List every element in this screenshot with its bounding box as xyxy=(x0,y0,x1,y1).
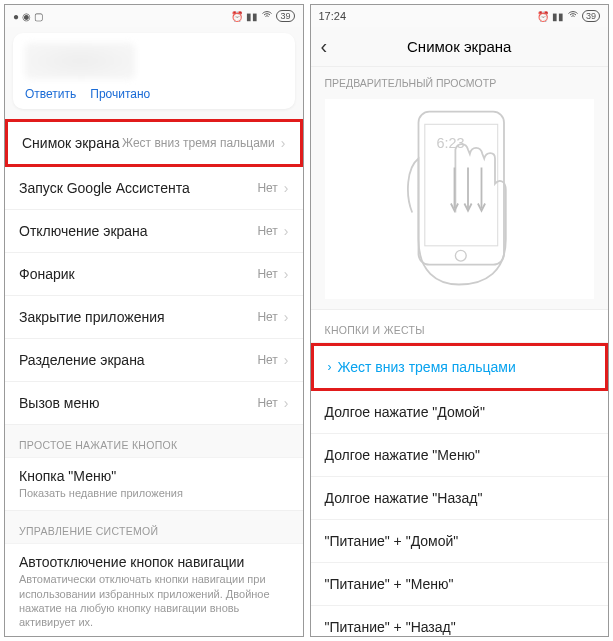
page-title: Снимок экрана xyxy=(407,38,511,55)
title-bar: ‹ Снимок экрана xyxy=(311,27,609,67)
section-header: УПРАВЛЕНИЕ СИСТЕМОЙ xyxy=(5,511,303,544)
row-value: Нет xyxy=(257,267,277,281)
right-phone: 17:24 ⏰ ▮▮ 39 ‹ Снимок экрана ПРЕДВАРИТЕ… xyxy=(310,4,610,637)
row-label: Снимок экрана xyxy=(22,135,119,151)
row-value: Нет xyxy=(257,396,277,410)
chevron-right-icon: › xyxy=(284,266,289,282)
row-value: Нет xyxy=(257,353,277,367)
signal-icon: ▮▮ xyxy=(552,11,564,22)
settings-row[interactable]: Запуск Google АссистентаНет› xyxy=(5,167,303,210)
shield-icon: ▢ xyxy=(34,11,43,22)
settings-row[interactable]: ФонарикНет› xyxy=(5,253,303,296)
row-value: Нет xyxy=(257,310,277,324)
settings-row[interactable]: Снимок экранаЖест вниз тремя пальцами› xyxy=(5,119,303,167)
battery-indicator: 39 xyxy=(582,10,600,22)
settings-row[interactable]: Вызов менюНет› xyxy=(5,382,303,425)
gesture-option[interactable]: Долгое нажатие "Меню" xyxy=(311,434,609,477)
svg-point-2 xyxy=(456,250,467,261)
row-value: Жест вниз тремя пальцами xyxy=(122,136,275,150)
row-label: Запуск Google Ассистента xyxy=(19,180,190,196)
settings-row[interactable]: Отключение экранаНет› xyxy=(5,210,303,253)
notification-preview xyxy=(25,43,135,79)
gesture-option[interactable]: "Питание" + "Меню" xyxy=(311,563,609,606)
notification-card: Ответить Прочитано xyxy=(13,33,295,109)
chevron-right-icon: › xyxy=(281,135,286,151)
option-label: "Питание" + "Меню" xyxy=(325,576,454,592)
row-label: Разделение экрана xyxy=(19,352,145,368)
row-value: Нет xyxy=(257,224,277,238)
status-bar: 17:24 ⏰ ▮▮ 39 xyxy=(311,5,609,27)
chevron-right-icon: › xyxy=(284,395,289,411)
wifi-icon xyxy=(567,9,579,23)
reply-button[interactable]: Ответить xyxy=(25,87,76,101)
preview-clock: 6:23 xyxy=(437,135,465,151)
settings-row[interactable]: Закрытие приложенияНет› xyxy=(5,296,303,339)
option-label: Жест вниз тремя пальцами xyxy=(338,359,516,375)
row-label: Фонарик xyxy=(19,266,75,282)
row-title: Кнопка "Меню" xyxy=(19,468,289,484)
back-button[interactable]: ‹ xyxy=(321,35,328,58)
settings-row[interactable]: Разделение экранаНет› xyxy=(5,339,303,382)
chevron-right-icon: › xyxy=(284,352,289,368)
gesture-preview: 6:23 xyxy=(325,99,595,299)
options-list: ›Жест вниз тремя пальцамиДолгое нажатие … xyxy=(311,343,609,636)
left-phone: ● ◉ ▢ ⏰ ▮▮ 39 Ответить Прочитано Снимок … xyxy=(4,4,304,637)
eye-icon: ◉ xyxy=(22,11,31,22)
battery-indicator: 39 xyxy=(276,10,294,22)
alarm-icon: ⏰ xyxy=(537,11,549,22)
section-header: ПРОСТОЕ НАЖАТИЕ КНОПОК xyxy=(5,425,303,458)
row-value: Нет xyxy=(257,181,277,195)
row-label: Отключение экрана xyxy=(19,223,148,239)
row-label: Вызов меню xyxy=(19,395,99,411)
read-button[interactable]: Прочитано xyxy=(90,87,150,101)
option-label: "Питание" + "Назад" xyxy=(325,619,456,635)
preview-header: ПРЕДВАРИТЕЛЬНЫЙ ПРОСМОТР xyxy=(311,67,609,95)
chevron-right-icon: › xyxy=(284,223,289,239)
row-subtitle: Автоматически отключать кнопки навигации… xyxy=(19,572,289,629)
option-label: Долгое нажатие "Домой" xyxy=(325,404,485,420)
row-label: Закрытие приложения xyxy=(19,309,165,325)
gesture-option[interactable]: Долгое нажатие "Назад" xyxy=(311,477,609,520)
option-label: "Питание" + "Домой" xyxy=(325,533,459,549)
chevron-right-icon: › xyxy=(284,180,289,196)
gesture-option[interactable]: ›Жест вниз тремя пальцами xyxy=(311,343,609,391)
auto-off-row[interactable]: Автоотключение кнопок навигации Автомати… xyxy=(5,544,303,636)
alarm-icon: ⏰ xyxy=(231,11,243,22)
gesture-option[interactable]: Долгое нажатие "Домой" xyxy=(311,391,609,434)
gesture-option[interactable]: "Питание" + "Домой" xyxy=(311,520,609,563)
signal-icon: ▮▮ xyxy=(246,11,258,22)
option-label: Долгое нажатие "Меню" xyxy=(325,447,481,463)
hand-phone-illustration: 6:23 xyxy=(369,104,549,294)
chevron-right-icon: › xyxy=(328,360,332,374)
status-bar: ● ◉ ▢ ⏰ ▮▮ 39 xyxy=(5,5,303,27)
row-subtitle: Показать недавние приложения xyxy=(19,486,289,500)
row-title: Автоотключение кнопок навигации xyxy=(19,554,289,570)
menu-button-row[interactable]: Кнопка "Меню" Показать недавние приложен… xyxy=(5,458,303,511)
clock: 17:24 xyxy=(319,10,347,22)
gesture-option[interactable]: "Питание" + "Назад" xyxy=(311,606,609,636)
option-label: Долгое нажатие "Назад" xyxy=(325,490,483,506)
settings-list: Снимок экранаЖест вниз тремя пальцами›За… xyxy=(5,119,303,636)
wifi-icon xyxy=(261,9,273,23)
section-header: КНОПКИ И ЖЕСТЫ xyxy=(311,309,609,343)
chevron-right-icon: › xyxy=(284,309,289,325)
chat-icon: ● xyxy=(13,11,19,22)
